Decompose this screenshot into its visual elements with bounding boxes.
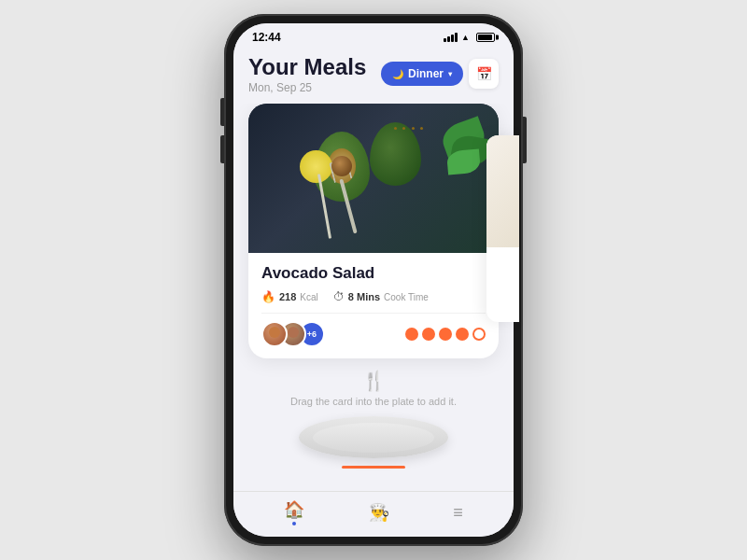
scroll-content: Avocado Salad 🔥 218 Kcal ⏱ 8 Mins Cook T…	[233, 104, 514, 491]
drag-fork-icon: 🍴	[362, 370, 386, 392]
rating-dot-3	[439, 328, 452, 341]
lettuce-icon	[424, 113, 489, 188]
dinner-label: Dinner	[408, 67, 444, 80]
calories-unit: Kcal	[300, 292, 317, 302]
signal-icon	[444, 33, 458, 42]
nav-home[interactable]: 🏠	[284, 499, 304, 525]
moon-icon: 🌙	[392, 69, 403, 79]
header: Your Meals Mon, Sep 25 🌙 Dinner ▾ 📅	[233, 48, 514, 104]
status-bar: 12:44 ▲	[233, 23, 514, 48]
status-icons: ▲	[444, 33, 495, 42]
volume-down-button	[220, 135, 224, 163]
hamburger-menu-icon: ≡	[453, 503, 463, 523]
nav-chef[interactable]: 👨‍🍳	[369, 502, 389, 523]
rating-dot-1	[405, 328, 418, 341]
divider	[261, 313, 486, 314]
meal-name: Avocado Salad	[261, 264, 486, 283]
rating-dot-5	[472, 328, 486, 341]
home-icon: 🏠	[284, 499, 304, 520]
chef-icon: 👨‍🍳	[369, 502, 389, 523]
drag-hint: 🍴 Drag the card into the plate to add it…	[248, 358, 499, 413]
calories-value: 218	[279, 291, 296, 302]
clock-icon: ⏱	[333, 290, 345, 303]
calendar-button[interactable]: 📅	[469, 59, 499, 89]
phone-screen: 12:44 ▲ Your Meals Mon, Sep 25	[233, 23, 514, 537]
header-date: Mon, Sep 25	[248, 81, 366, 94]
meal-info: Avocado Salad 🔥 218 Kcal ⏱ 8 Mins Cook T…	[248, 253, 499, 358]
plate[interactable]	[299, 416, 448, 458]
header-left: Your Meals Mon, Sep 25	[248, 55, 366, 94]
overflow-card-peek	[486, 135, 519, 322]
page-title: Your Meals	[248, 55, 366, 79]
meal-card[interactable]: Avocado Salad 🔥 218 Kcal ⏱ 8 Mins Cook T…	[248, 104, 499, 358]
avatars-group: +6	[261, 321, 325, 347]
cook-time-label: Cook Time	[384, 292, 429, 302]
volume-up-button	[220, 98, 224, 126]
meal-stats: 🔥 218 Kcal ⏱ 8 Mins Cook Time	[261, 290, 486, 303]
plate-area	[248, 413, 499, 466]
calendar-icon: 📅	[476, 66, 492, 81]
status-time: 12:44	[252, 31, 281, 44]
meal-image	[248, 104, 499, 253]
chevron-down-icon: ▾	[448, 70, 452, 78]
phone-frame: 12:44 ▲ Your Meals Mon, Sep 25	[224, 14, 523, 546]
nav-active-dot	[292, 522, 296, 525]
flame-icon: 🔥	[261, 290, 275, 303]
calories-stat: 🔥 218 Kcal	[261, 290, 318, 303]
wifi-icon: ▲	[461, 33, 470, 42]
drag-hint-text: Drag the card into the plate to add it.	[290, 396, 457, 407]
avocado-scene	[248, 104, 499, 253]
bottom-nav: 🏠 👨‍🍳 ≡	[233, 491, 514, 537]
header-controls: 🌙 Dinner ▾ 📅	[381, 59, 499, 89]
nav-menu[interactable]: ≡	[453, 503, 463, 523]
cook-time-value: 8 Mins	[348, 291, 380, 302]
spice-dots	[393, 118, 424, 134]
meal-footer: +6	[261, 321, 486, 347]
cook-time-stat: ⏱ 8 Mins Cook Time	[333, 290, 429, 303]
progress-bar	[342, 466, 405, 469]
rating-dot-4	[456, 328, 469, 341]
progress-bar-container	[248, 466, 499, 474]
power-button	[523, 117, 527, 163]
dinner-filter-button[interactable]: 🌙 Dinner ▾	[381, 62, 463, 86]
rating-dot-2	[422, 328, 435, 341]
battery-icon	[476, 33, 495, 42]
rating-dots	[405, 328, 486, 341]
